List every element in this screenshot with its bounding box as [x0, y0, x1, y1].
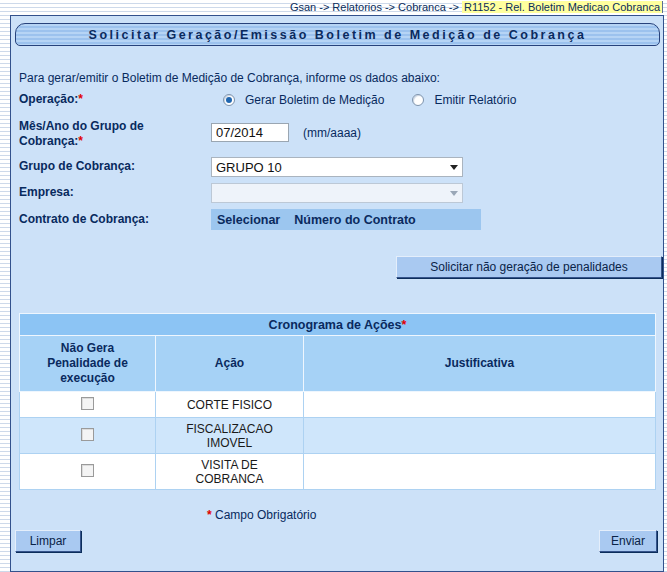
- contrato-numero-header: Número do Contrato: [294, 213, 416, 227]
- operacao-radio-group: Gerar Boletim de Medição Emitir Relatóri…: [223, 91, 516, 109]
- radio-gerar-boletim[interactable]: [223, 94, 235, 106]
- radio-gerar-boletim-label[interactable]: Gerar Boletim de Medição: [245, 93, 384, 107]
- intro-text: Para gerar/emitir o Boletim de Medição d…: [19, 71, 440, 85]
- contrato-header-strip: Selecionar Número do Contrato: [211, 209, 481, 230]
- page-title: Solicitar Geração/Emissão Boletim de Med…: [15, 23, 660, 46]
- mes-ano-hint: (mm/aaaa): [303, 126, 361, 140]
- penalidade-cell: [20, 392, 156, 418]
- breadcrumb-path[interactable]: Gsan -> Relatorios -> Cobranca ->: [290, 1, 459, 13]
- acao-cell: FISCALIZACAO IMOVEL: [156, 418, 304, 454]
- justificativa-cell[interactable]: [304, 454, 656, 490]
- operacao-label: Operação:*: [19, 92, 209, 107]
- mes-ano-input[interactable]: [211, 123, 289, 142]
- required-note: * Campo Obrigatório: [207, 508, 316, 522]
- chevron-down-icon: [450, 191, 458, 196]
- empresa-select: [211, 183, 463, 203]
- page-title-text: Solicitar Geração/Emissão Boletim de Med…: [89, 28, 587, 42]
- required-asterisk: *: [78, 92, 83, 106]
- table-row: FISCALIZACAO IMOVEL: [20, 418, 656, 454]
- required-asterisk: *: [402, 318, 407, 332]
- table-row: CORTE FISICO: [20, 392, 656, 418]
- acao-cell: CORTE FISICO: [156, 392, 304, 418]
- col-header-acao: Ação: [156, 336, 304, 392]
- grupo-cobranca-label: Grupo de Cobrança:: [19, 159, 209, 174]
- penalidade-checkbox[interactable]: [81, 397, 94, 410]
- enviar-button[interactable]: Enviar: [599, 530, 657, 552]
- contrato-label: Contrato de Cobrança:: [19, 212, 209, 227]
- grupo-cobranca-selected-value: GRUPO 10: [216, 160, 282, 175]
- radio-emitir-relatorio-label[interactable]: Emitir Relatório: [434, 93, 516, 107]
- col-header-penalidade: Não Gera Penalidade de execução: [20, 336, 156, 392]
- acao-cell: VISITA DE COBRANCA: [156, 454, 304, 490]
- penalidade-checkbox[interactable]: [81, 428, 94, 441]
- chevron-down-icon: [450, 165, 458, 170]
- justificativa-cell[interactable]: [304, 418, 656, 454]
- empresa-label: Empresa:: [19, 185, 209, 200]
- penalidade-cell: [20, 454, 156, 490]
- required-asterisk: *: [207, 508, 212, 522]
- penalidade-checkbox[interactable]: [81, 464, 94, 477]
- required-asterisk: *: [78, 134, 83, 148]
- cronograma-table: Cronograma de Ações* Não Gera Penalidade…: [19, 313, 656, 490]
- breadcrumb-current: R1152 - Rel. Boletim Medicao Cobranca: [462, 1, 663, 13]
- main-panel: Solicitar Geração/Emissão Boletim de Med…: [10, 15, 664, 572]
- cronograma-title: Cronograma de Ações*: [20, 314, 656, 336]
- breadcrumb: Gsan -> Relatorios -> Cobranca ->R1152 -…: [290, 1, 663, 13]
- solicitar-nao-geracao-penalidades-button[interactable]: Solicitar não geração de penalidades: [396, 256, 662, 278]
- contrato-selecionar-header: Selecionar: [217, 213, 280, 227]
- penalidade-cell: [20, 418, 156, 454]
- grupo-cobranca-select[interactable]: GRUPO 10: [211, 157, 463, 177]
- col-header-justificativa: Justificativa: [304, 336, 656, 392]
- limpar-button[interactable]: Limpar: [15, 530, 81, 552]
- mes-ano-label: Mês/Ano do Grupo de Cobrança:*: [19, 119, 209, 149]
- radio-emitir-relatorio[interactable]: [412, 94, 424, 106]
- justificativa-cell[interactable]: [304, 392, 656, 418]
- table-row: VISITA DE COBRANCA: [20, 454, 656, 490]
